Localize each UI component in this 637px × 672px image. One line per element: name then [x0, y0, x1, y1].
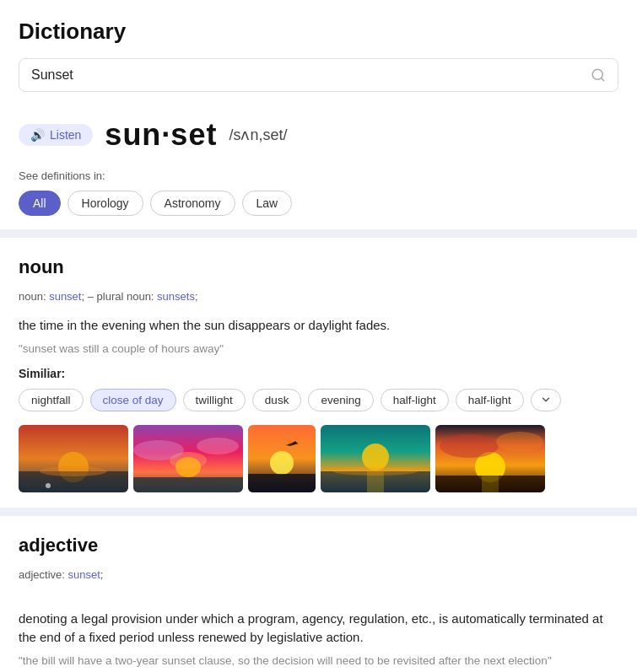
similar-label: Similiar: [19, 367, 618, 380]
word-text: sun·set [105, 117, 217, 153]
adjective-grammar-link[interactable]: sunset [68, 568, 100, 581]
tab-law[interactable]: Law [242, 191, 293, 216]
svg-point-24 [440, 434, 499, 458]
svg-rect-11 [133, 477, 243, 492]
adjective-section: adjective adjective: sunset; denoting a … [0, 516, 637, 673]
gallery-image-2 [133, 425, 243, 492]
gallery-image-1 [19, 425, 128, 492]
svg-point-6 [46, 483, 51, 488]
section-divider-2 [0, 508, 637, 516]
gallery-image-3 [248, 425, 316, 492]
noun-example: "sunset was still a couple of hours away… [19, 342, 618, 355]
svg-point-14 [270, 451, 294, 475]
svg-line-1 [601, 78, 603, 80]
tab-astronomy[interactable]: Astronomy [150, 191, 235, 216]
svg-point-5 [40, 466, 107, 476]
pos-noun: noun [19, 256, 618, 278]
svg-point-10 [197, 438, 239, 454]
word-header: 🔊 Listen sun·set /sʌn,set/ [0, 102, 637, 164]
page-container: Dictionary 🔊 Listen sun·set /sʌn,set/ Se… [0, 0, 637, 672]
image-gallery [19, 425, 618, 492]
gallery-image-5 [435, 425, 545, 492]
search-icon [591, 67, 606, 83]
tag-half-light-1[interactable]: half-light [381, 389, 449, 411]
noun-definition: the time in the evening when the sun dis… [19, 316, 618, 336]
expand-tags-button[interactable] [531, 389, 561, 411]
tag-nightfall[interactable]: nightfall [19, 389, 84, 411]
svg-point-17 [362, 444, 389, 470]
search-container [19, 58, 618, 92]
search-button[interactable] [591, 67, 606, 83]
svg-point-25 [496, 432, 543, 452]
svg-rect-15 [248, 474, 316, 492]
definitions-filter: See definitions in: All Horology Astrono… [0, 164, 637, 229]
tab-all[interactable]: All [19, 191, 61, 216]
noun-grammar: noun: sunset; – plural noun: sunsets; [19, 290, 618, 303]
adjective-definition: denoting a legal provision under which a… [19, 610, 618, 648]
pos-adjective: adjective [19, 535, 618, 556]
word-phonetic: /sʌn,set/ [229, 126, 287, 144]
listen-label: Listen [50, 128, 81, 142]
tab-horology[interactable]: Horology [67, 191, 143, 216]
speaker-icon: 🔊 [30, 128, 45, 142]
filter-label: See definitions in: [19, 169, 618, 182]
tag-half-light-2[interactable]: half-light [456, 389, 524, 411]
similar-tags: nightfall close of day twillight dusk ev… [19, 389, 618, 411]
tag-close-of-day[interactable]: close of day [90, 389, 176, 411]
search-input[interactable] [31, 67, 591, 83]
svg-point-12 [175, 457, 201, 477]
svg-point-9 [133, 440, 184, 460]
svg-point-20 [333, 467, 418, 476]
tag-dusk[interactable]: dusk [252, 389, 302, 411]
app-title: Dictionary [19, 19, 618, 45]
tag-twillight[interactable]: twillight [183, 389, 246, 411]
adjective-example: "the bill will have a two-year sunset cl… [19, 654, 618, 667]
chevron-down-icon [540, 394, 552, 406]
noun-grammar-link1[interactable]: sunset [49, 290, 81, 303]
noun-grammar-link2[interactable]: sunsets [157, 290, 195, 303]
section-divider-1 [0, 229, 637, 238]
tag-evening[interactable]: evening [308, 389, 373, 411]
gallery-image-4 [321, 425, 430, 492]
filter-tabs: All Horology Astronomy Law [19, 191, 618, 216]
adjective-grammar: adjective: sunset; [19, 568, 618, 581]
svg-rect-27 [482, 476, 499, 492]
noun-section: noun noun: sunset; – plural noun: sunset… [0, 238, 637, 508]
listen-button[interactable]: 🔊 Listen [19, 124, 93, 146]
header: Dictionary [0, 0, 637, 102]
